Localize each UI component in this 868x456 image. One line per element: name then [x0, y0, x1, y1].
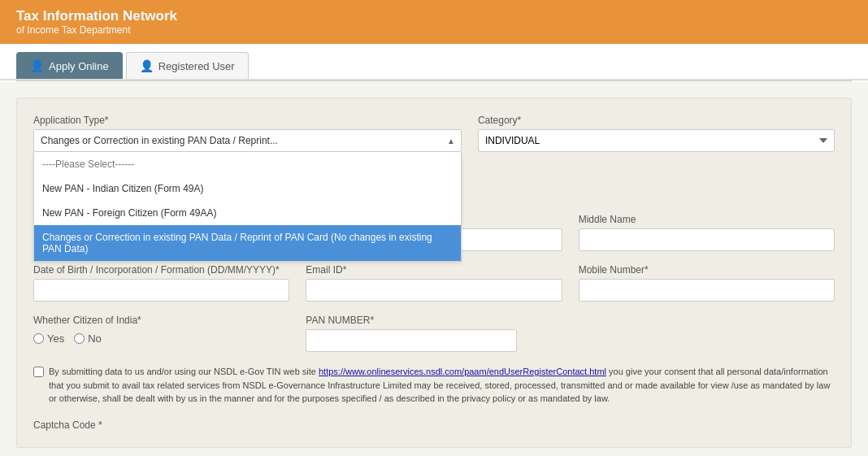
consent-section: By submitting data to us and/or using ou… [33, 365, 835, 406]
application-type-label: Application Type* [33, 115, 462, 126]
apply-online-icon: 👤 [30, 59, 44, 72]
tab-registered-user-label: Registered User [158, 60, 235, 72]
email-input[interactable] [306, 279, 562, 302]
email-label: Email ID* [306, 264, 562, 276]
application-type-group: Application Type* Changes or Correction … [33, 115, 462, 152]
pan-group: PAN NUMBER* [306, 315, 562, 352]
tab-registered-user[interactable]: 👤 Registered User [126, 52, 249, 79]
consent-checkbox[interactable] [33, 367, 44, 377]
application-type-dropdown[interactable]: Changes or Correction in existing PAN Da… [33, 129, 462, 152]
citizen-yes-radio[interactable] [33, 333, 44, 344]
dropdown-item-49aa[interactable]: New PAN - Foreign Citizen (Form 49AA) [34, 201, 461, 225]
consent-before-link: By submitting data to us and/or using ou… [49, 367, 319, 376]
citizen-no-radio[interactable] [74, 333, 85, 344]
header-title-sub: of Income Tax Department [16, 24, 177, 36]
mobile-input[interactable] [579, 279, 835, 302]
mobile-label: Mobile Number* [579, 264, 835, 276]
application-type-menu: ----Please Select------ New PAN - Indian… [33, 152, 462, 262]
captcha-label: Captcha Code * [33, 419, 102, 431]
citizen-radio-group: Yes No [33, 332, 289, 345]
header: Tax Information Network of Income Tax De… [0, 0, 868, 44]
middle-name-input[interactable] [579, 228, 835, 251]
main-content: Application Type* Changes or Correction … [0, 81, 868, 456]
consent-checkbox-row: By submitting data to us and/or using ou… [33, 365, 835, 406]
category-label: Category* [478, 115, 835, 126]
chevron-up-icon: ▲ [447, 137, 455, 145]
form-row-3: Date of Birth / Incorporation / Formatio… [33, 264, 835, 302]
dropdown-item-placeholder[interactable]: ----Please Select------ [34, 152, 461, 176]
citizen-no-text: No [88, 332, 102, 345]
citizen-label: Whether Citizen of India* [33, 315, 289, 326]
dob-group: Date of Birth / Incorporation / Formatio… [33, 264, 289, 302]
header-logo: Tax Information Network of Income Tax De… [16, 8, 177, 36]
header-title-main: Tax Information Network [16, 8, 177, 24]
tab-apply-online[interactable]: 👤 Apply Online [16, 52, 123, 79]
consent-link[interactable]: https://www.onlineservices.nsdl.com/paam… [319, 367, 606, 376]
form-section: Application Type* Changes or Correction … [16, 98, 852, 448]
email-group: Email ID* [306, 264, 562, 302]
form-row-1: Application Type* Changes or Correction … [33, 115, 835, 152]
category-group: Category* INDIVIDUAL HUF FIRM COMPANY TR… [478, 115, 835, 152]
middle-name-label: Middle Name [579, 214, 835, 225]
dropdown-item-49a[interactable]: New PAN - Indian Citizen (Form 49A) [34, 176, 461, 201]
form-row-4: Whether Citizen of India* Yes No PAN NUM [33, 315, 835, 352]
citizen-yes-label[interactable]: Yes [33, 332, 64, 345]
citizen-group: Whether Citizen of India* Yes No [33, 315, 289, 345]
application-type-dropdown-wrapper: Changes or Correction in existing PAN Da… [33, 129, 462, 152]
citizen-yes-text: Yes [47, 332, 64, 345]
pan-input[interactable] [306, 329, 517, 352]
citizen-no-label[interactable]: No [74, 332, 102, 345]
dob-input[interactable] [33, 279, 289, 302]
middle-name-group: Middle Name [579, 214, 835, 251]
application-type-selected-text: Changes or Correction in existing PAN Da… [41, 135, 278, 146]
consent-text: By submitting data to us and/or using ou… [49, 365, 835, 406]
mobile-group: Mobile Number* [579, 264, 835, 302]
nav-tabs: 👤 Apply Online 👤 Registered User [0, 44, 868, 80]
registered-user-icon: 👤 [140, 59, 154, 72]
dropdown-item-correction[interactable]: Changes or Correction in existing PAN Da… [34, 225, 461, 261]
captcha-section: Captcha Code * [33, 419, 835, 431]
dob-label: Date of Birth / Incorporation / Formatio… [33, 264, 289, 276]
pan-label: PAN NUMBER* [306, 315, 562, 326]
tab-apply-online-label: Apply Online [49, 60, 109, 72]
category-select[interactable]: INDIVIDUAL HUF FIRM COMPANY TRUST [478, 129, 835, 152]
